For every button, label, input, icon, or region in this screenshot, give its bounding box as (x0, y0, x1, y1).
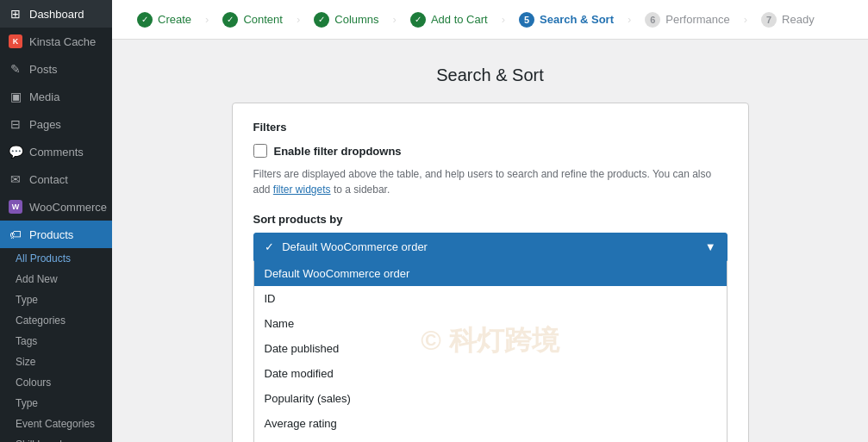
sub-item-label: Colours (16, 377, 51, 389)
sidebar-item-label: WooCommerce (29, 201, 107, 214)
step-check-icon: ✓ (410, 12, 426, 28)
step-label: Search & Sort (540, 13, 614, 26)
sort-option-image[interactable]: Image (254, 436, 727, 442)
sidebar-sub-item-type[interactable]: Type (0, 289, 112, 310)
sort-option-default[interactable]: Default WooCommerce order (254, 261, 727, 286)
sidebar-sub-item-add-new[interactable]: Add New (0, 269, 112, 289)
content-area: Search & Sort © 科灯跨境 Filters Enable filt… (112, 40, 868, 442)
sub-item-label: Event Categories (16, 418, 95, 430)
step-num-icon: 6 (645, 12, 660, 28)
divider-3: › (391, 13, 398, 26)
sub-item-label: All Products (16, 252, 71, 265)
step-ready[interactable]: 7 Ready (749, 0, 827, 39)
sidebar-sub-item-event-categories[interactable]: Event Categories (0, 414, 112, 434)
step-num-icon: 5 (519, 12, 534, 28)
sidebar-item-pages[interactable]: ⊟ Pages (0, 110, 112, 138)
settings-card: © 科灯跨境 Filters Enable filter dropdowns F… (232, 103, 749, 442)
sort-option-date-modified[interactable]: Date modified (254, 361, 727, 386)
media-icon: ▣ (9, 90, 22, 103)
filters-section-label: Filters (253, 121, 727, 134)
selected-option-text: ✓ Default WooCommerce order (265, 240, 428, 253)
sort-options-list: Default WooCommerce order ID Name Date p… (253, 261, 727, 442)
divider-1: › (203, 13, 210, 26)
sidebar-sub-item-colours[interactable]: Colours (0, 372, 112, 393)
helper-text: Filters are displayed above the table, a… (253, 166, 727, 197)
divider-4: › (500, 13, 507, 26)
sidebar-item-dashboard[interactable]: ⊞ Dashboard (0, 0, 112, 28)
step-label: Columns (334, 13, 378, 26)
filter-widgets-link[interactable]: filter widgets (273, 184, 331, 196)
sort-option-id[interactable]: ID (254, 286, 727, 311)
step-check-icon: ✓ (314, 12, 329, 28)
step-content[interactable]: ✓ Content (210, 0, 295, 39)
step-columns[interactable]: ✓ Columns (302, 0, 390, 39)
dashboard-icon: ⊞ (9, 7, 22, 21)
step-label: Ready (782, 13, 815, 26)
sidebar-item-label: Kinsta Cache (29, 35, 96, 48)
step-check-icon: ✓ (222, 12, 238, 28)
sub-item-label: Type (16, 294, 38, 306)
page-title: Search & Sort (147, 65, 834, 85)
sidebar-item-posts[interactable]: ✎ Posts (0, 55, 112, 83)
step-add-to-cart[interactable]: ✓ Add to Cart (398, 0, 500, 39)
steps-bar: ✓ Create › ✓ Content › ✓ Columns › ✓ Add… (112, 0, 868, 40)
step-label: Add to Cart (431, 13, 488, 26)
sidebar-item-label: Contact (29, 173, 68, 186)
sidebar-item-label: Products (29, 228, 73, 241)
check-mark-icon: ✓ (265, 240, 274, 253)
sidebar-sub-item-tags[interactable]: Tags (0, 331, 112, 352)
sub-item-label: Type (16, 397, 38, 409)
chevron-down-icon: ▼ (705, 240, 716, 253)
comments-icon: 💬 (9, 145, 22, 159)
sidebar-item-label: Media (29, 90, 59, 103)
posts-icon: ✎ (9, 62, 22, 76)
step-label: Performance (665, 13, 729, 26)
divider-2: › (295, 13, 302, 26)
sort-label: Sort products by (253, 213, 727, 226)
sidebar-item-contact[interactable]: ✉ Contact (0, 165, 112, 193)
step-label: Content (243, 13, 283, 26)
sidebar-item-label: Comments (29, 146, 84, 159)
sidebar-sub-item-categories[interactable]: Categories (0, 310, 112, 331)
sidebar-item-woocommerce[interactable]: W WooCommerce (0, 193, 112, 221)
step-check-icon: ✓ (137, 12, 153, 28)
sidebar-sub-item-size[interactable]: Size (0, 352, 112, 372)
filter-dropdowns-row: Enable filter dropdowns (253, 144, 727, 158)
step-num-icon: 7 (761, 12, 777, 28)
dropdown-selected-option[interactable]: ✓ Default WooCommerce order ▼ (253, 233, 727, 261)
sidebar-sub-item-skill-levels[interactable]: Skill Levels (0, 434, 112, 442)
main-panel: ✓ Create › ✓ Content › ✓ Columns › ✓ Add… (112, 0, 868, 442)
sub-item-label: Add New (16, 273, 58, 285)
sub-item-label: Categories (16, 314, 66, 327)
kinsta-icon: K (9, 34, 22, 48)
helper-text-after: to a sidebar. (331, 184, 390, 196)
step-search-sort[interactable]: 5 Search & Sort (507, 0, 626, 39)
sort-option-average-rating[interactable]: Average rating (254, 411, 727, 436)
sidebar-item-comments[interactable]: 💬 Comments (0, 138, 112, 165)
divider-5: › (626, 13, 633, 26)
sidebar-sub-item-type2[interactable]: Type (0, 393, 112, 414)
divider-6: › (742, 13, 749, 26)
sidebar-item-label: Posts (29, 63, 58, 76)
sidebar-item-products[interactable]: 🏷 Products (0, 221, 112, 248)
sort-option-date-published[interactable]: Date published (254, 336, 727, 361)
sub-item-label: Size (16, 356, 35, 368)
contact-icon: ✉ (9, 172, 22, 186)
step-create[interactable]: ✓ Create (125, 0, 203, 39)
sort-option-popularity[interactable]: Popularity (sales) (254, 386, 727, 411)
sort-dropdown[interactable]: ✓ Default WooCommerce order ▼ Default Wo… (253, 233, 727, 442)
sidebar: ⊞ Dashboard K Kinsta Cache ✎ Posts ▣ Med… (0, 0, 112, 442)
woocommerce-icon: W (9, 200, 22, 214)
sidebar-item-label: Pages (29, 118, 61, 131)
enable-filter-dropdowns-checkbox[interactable] (253, 144, 267, 158)
step-label: Create (158, 13, 191, 26)
sidebar-item-kinsta-cache[interactable]: K Kinsta Cache (0, 28, 112, 55)
step-performance[interactable]: 6 Performance (633, 0, 741, 39)
sort-option-name[interactable]: Name (254, 311, 727, 336)
sidebar-item-media[interactable]: ▣ Media (0, 83, 112, 110)
products-icon: 🏷 (9, 227, 22, 241)
sub-item-label: Tags (16, 335, 37, 347)
checkbox-label[interactable]: Enable filter dropdowns (274, 145, 402, 158)
sidebar-sub-item-all-products[interactable]: All Products (0, 248, 112, 269)
sub-item-label: Skill Levels (16, 439, 67, 442)
